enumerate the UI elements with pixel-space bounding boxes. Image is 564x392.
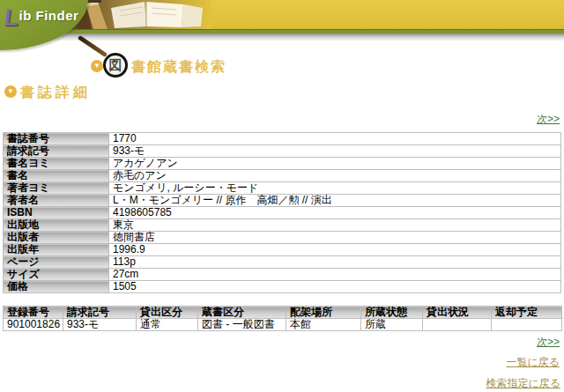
- field-value: 1996.9: [109, 244, 561, 256]
- table-row: 書誌番号1770: [4, 133, 561, 145]
- cell-return-due: [492, 319, 562, 331]
- column-header: 蔵書区分: [198, 307, 286, 319]
- triangle-down-icon: ▼: [4, 85, 17, 98]
- field-label: 請求記号: [4, 145, 109, 158]
- field-label: 書誌番号: [4, 133, 109, 145]
- next-link-bottom[interactable]: 次>>: [537, 335, 560, 350]
- field-label: 価格: [4, 281, 109, 293]
- logo-wordmark: ib Finder: [19, 8, 79, 23]
- field-value: 東京: [109, 219, 561, 232]
- table-row: 価格1505: [4, 281, 561, 293]
- triangle-down-icon: ▼: [91, 60, 103, 72]
- field-label: ISBN: [4, 207, 109, 219]
- books-graphic: [69, 0, 212, 29]
- field-label: 出版者: [4, 232, 109, 244]
- back-to-list-link[interactable]: 一覧に戻る: [506, 355, 560, 370]
- page-title: 書誌詳細: [20, 84, 91, 102]
- holdings-header-row: 登録番号 請求記号 貸出区分 蔵書区分 配架場所 所蔵状態 貸出状況 返却予定: [4, 307, 562, 319]
- libfinder-logo[interactable]: Lib Finder: [4, 6, 78, 30]
- column-header: 登録番号: [4, 307, 63, 319]
- field-value: 徳間書店: [109, 232, 561, 244]
- field-label: 出版地: [4, 219, 109, 232]
- field-label: 出版年: [4, 244, 109, 256]
- field-value: 4198605785: [109, 207, 561, 219]
- table-row: 著者ヨミモンゴメリ, ルーシー・モード: [4, 182, 561, 195]
- field-value: 1770: [109, 133, 561, 145]
- field-label: 著者名: [4, 195, 109, 207]
- holdings-table: 登録番号 請求記号 貸出区分 蔵書区分 配架場所 所蔵状態 貸出状況 返却予定 …: [3, 306, 562, 331]
- column-header: 配架場所: [286, 307, 361, 319]
- field-label: 著者ヨミ: [4, 182, 109, 195]
- column-header: 貸出区分: [137, 307, 198, 319]
- field-value: 933-モ: [109, 145, 561, 158]
- field-label: ページ: [4, 256, 109, 269]
- field-value: アカゲノアン: [109, 158, 561, 170]
- field-value: モンゴメリ, ルーシー・モード: [109, 182, 561, 195]
- column-header: 返却予定: [492, 307, 562, 319]
- table-row: 書名赤毛のアン: [4, 170, 561, 182]
- table-row: 請求記号933-モ: [4, 145, 561, 158]
- table-row: ページ113p: [4, 256, 561, 269]
- magnifier-lens-character: 図: [109, 57, 122, 74]
- field-value: 27cm: [109, 269, 561, 281]
- table-row: 出版年1996.9: [4, 244, 561, 256]
- table-row: 出版者徳間書店: [4, 232, 561, 244]
- column-header: 貸出状況: [423, 307, 492, 319]
- logo-letter-l: L: [3, 6, 20, 30]
- column-header: 所蔵状態: [361, 307, 423, 319]
- books-illustration: [69, 0, 212, 29]
- field-value: 赤毛のアン: [109, 170, 561, 182]
- field-label: 書名: [4, 170, 109, 182]
- next-link-top[interactable]: 次>>: [537, 112, 560, 127]
- cell-collection-category: 図書 - 一般図書: [198, 319, 286, 331]
- table-row: 書名ヨミアカゲノアン: [4, 158, 561, 170]
- column-header: 請求記号: [63, 307, 137, 319]
- library-detail-page: Lib Finder 図 ▼ 書館蔵書検索 ▼ 書誌詳細 次>> 書誌番号177…: [0, 0, 564, 392]
- cell-loan-category: 通常: [137, 319, 198, 331]
- field-value: 1505: [109, 281, 561, 293]
- cell-registration-number: 901001826: [4, 319, 63, 331]
- field-label: 書名ヨミ: [4, 158, 109, 170]
- back-to-search-link[interactable]: 検索指定に戻る: [486, 376, 560, 391]
- table-row: 著者名L・M・モンゴメリー // 原作 高畑／勲 // 演出: [4, 195, 561, 207]
- cell-loan-status: [423, 319, 492, 331]
- cell-holding-status: 所蔵: [361, 319, 423, 331]
- table-row: ISBN4198605785: [4, 207, 561, 219]
- cell-call-number: 933-モ: [63, 319, 137, 331]
- field-label: サイズ: [4, 269, 109, 281]
- cell-shelf-location: 本館: [286, 319, 361, 331]
- table-row: 出版地東京: [4, 219, 561, 232]
- bibliographic-detail-table: 書誌番号1770 請求記号933-モ 書名ヨミアカゲノアン 書名赤毛のアン 著者…: [3, 132, 561, 293]
- field-value: L・M・モンゴメリー // 原作 高畑／勲 // 演出: [109, 195, 561, 207]
- field-value: 113p: [109, 256, 561, 269]
- magnifier-icon: 図: [103, 53, 128, 78]
- holdings-data-row: 901001826 933-モ 通常 図書 - 一般図書 本館 所蔵: [4, 319, 562, 331]
- table-row: サイズ27cm: [4, 269, 561, 281]
- site-title: 書館蔵書検索: [131, 58, 226, 77]
- banner-green-strip: [0, 29, 564, 33]
